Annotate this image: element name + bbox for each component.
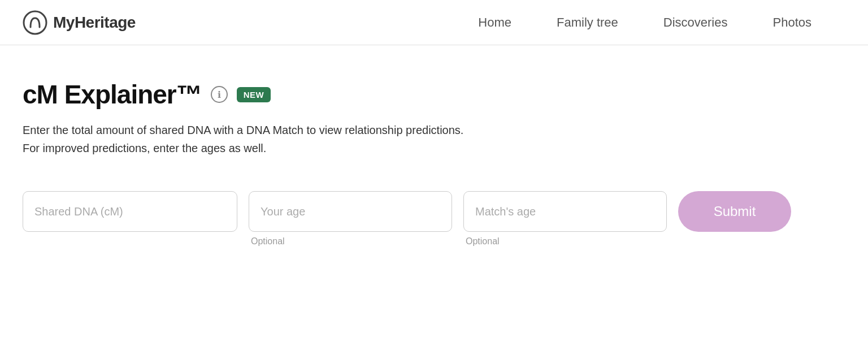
match-age-optional-label: Optional	[463, 236, 667, 247]
your-age-input[interactable]	[249, 191, 452, 232]
match-age-input[interactable]	[463, 191, 667, 232]
description-line2: For improved predictions, enter the ages…	[23, 139, 845, 157]
info-icon[interactable]: ℹ	[211, 86, 228, 103]
info-icon-symbol: ℹ	[218, 89, 221, 100]
main-nav: Home Family tree Discoveries Photos	[478, 15, 811, 30]
new-badge: NEW	[237, 87, 271, 102]
title-row: cM Explainer™ ℹ NEW	[23, 79, 845, 110]
match-age-group: Optional	[463, 191, 667, 247]
description-line1: Enter the total amount of shared DNA wit…	[23, 121, 845, 139]
form-row: Optional Optional Submit	[23, 191, 845, 247]
nav-item-discoveries[interactable]: Discoveries	[663, 15, 728, 30]
description: Enter the total amount of shared DNA wit…	[23, 121, 845, 157]
your-age-group: Optional	[249, 191, 452, 247]
page-title: cM Explainer™	[23, 79, 202, 110]
your-age-optional-label: Optional	[249, 236, 452, 247]
nav-item-home[interactable]: Home	[478, 15, 511, 30]
svg-point-0	[24, 11, 46, 34]
submit-button[interactable]: Submit	[678, 191, 791, 232]
shared-dna-input[interactable]	[23, 191, 237, 232]
header: MyHeritage Home Family tree Discoveries …	[0, 0, 868, 45]
myheritage-logo-icon	[23, 10, 47, 35]
logo-text: MyHeritage	[53, 14, 136, 32]
nav-item-photos[interactable]: Photos	[773, 15, 812, 30]
shared-dna-group	[23, 191, 237, 232]
logo-area: MyHeritage	[23, 10, 136, 35]
main-content: cM Explainer™ ℹ NEW Enter the total amou…	[0, 45, 868, 269]
nav-item-family-tree[interactable]: Family tree	[557, 15, 618, 30]
